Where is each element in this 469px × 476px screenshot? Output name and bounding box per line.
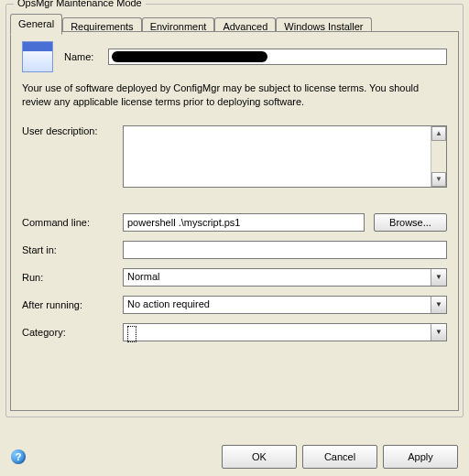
chevron-down-icon[interactable]: ▼ bbox=[431, 324, 446, 341]
after-running-value: No action required bbox=[124, 297, 431, 313]
dialog-button-bar: ? OK Cancel Apply bbox=[0, 445, 469, 469]
tab-panel-general: Name: Your use of software deployed by C… bbox=[10, 31, 459, 411]
apply-button[interactable]: Apply bbox=[383, 445, 458, 469]
command-line-input[interactable] bbox=[123, 213, 365, 232]
groupbox-title: OpsMgr Maintenance Mode bbox=[14, 0, 146, 8]
category-value bbox=[124, 324, 431, 341]
after-running-select[interactable]: No action required ▼ bbox=[123, 296, 447, 314]
start-in-input[interactable] bbox=[123, 241, 447, 259]
user-description-field[interactable]: ▲ ▼ bbox=[123, 125, 447, 188]
chevron-down-icon[interactable]: ▼ bbox=[431, 269, 446, 286]
category-select[interactable]: ▼ bbox=[123, 323, 447, 341]
name-label: Name: bbox=[64, 51, 108, 62]
after-running-label: After running: bbox=[22, 299, 123, 310]
category-label: Category: bbox=[22, 327, 123, 338]
browse-button[interactable]: Browse... bbox=[374, 213, 447, 232]
run-label: Run: bbox=[22, 272, 123, 283]
user-description-textarea[interactable] bbox=[124, 126, 431, 187]
main-groupbox: OpsMgr Maintenance Mode General Requirem… bbox=[5, 4, 464, 417]
user-description-label: User description: bbox=[22, 125, 123, 136]
license-notice: Your use of software deployed by ConfigM… bbox=[22, 81, 447, 109]
scroll-down-icon[interactable]: ▼ bbox=[431, 172, 446, 187]
dialog-window: OpsMgr Maintenance Mode General Requirem… bbox=[0, 0, 469, 476]
start-in-label: Start in: bbox=[22, 244, 123, 255]
run-select[interactable]: Normal ▼ bbox=[123, 268, 447, 287]
chevron-down-icon[interactable]: ▼ bbox=[431, 297, 446, 313]
command-line-label: Command line: bbox=[22, 217, 123, 228]
scrollbar[interactable]: ▲ ▼ bbox=[431, 126, 446, 187]
ok-button[interactable]: OK bbox=[222, 445, 297, 469]
help-icon[interactable]: ? bbox=[11, 449, 26, 464]
scroll-up-icon[interactable]: ▲ bbox=[431, 126, 446, 141]
run-value: Normal bbox=[124, 269, 431, 286]
name-row: Name: bbox=[22, 41, 447, 72]
program-icon bbox=[22, 41, 53, 72]
cancel-button[interactable]: Cancel bbox=[302, 445, 377, 469]
redacted-name bbox=[112, 51, 267, 62]
tab-general[interactable]: General bbox=[10, 14, 62, 35]
name-field[interactable] bbox=[108, 49, 447, 65]
